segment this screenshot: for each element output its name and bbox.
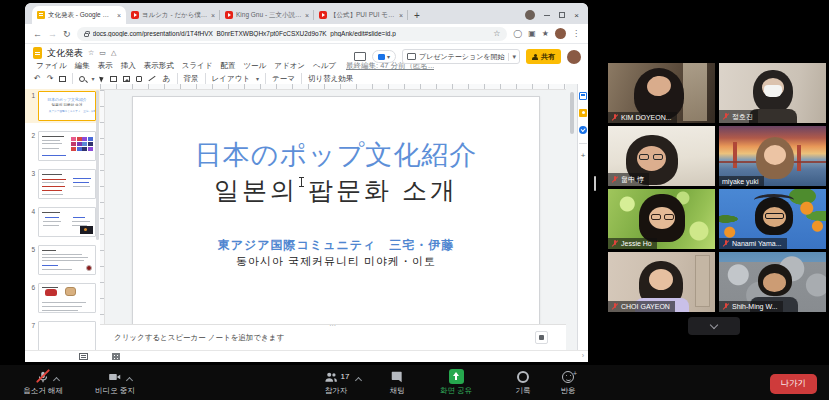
text-tool-icon[interactable]: あ xyxy=(162,73,170,84)
window-minimize-button[interactable] xyxy=(544,15,550,16)
leave-meeting-button[interactable]: 나가기 xyxy=(770,374,818,394)
unmute-button[interactable]: 음소거 해제 xyxy=(12,369,74,396)
extension-icon-1[interactable]: ◯ xyxy=(513,29,522,38)
slide-5-thumbnail[interactable] xyxy=(38,245,96,275)
browser-tab-youtube-3[interactable]: 【公式】PUI PUI モルカー 第1話 × xyxy=(314,6,408,24)
participant-tile-hatakenaka[interactable]: 畠中 惇 xyxy=(608,126,715,186)
menu-arrange[interactable]: 配置 xyxy=(220,61,235,71)
window-maximize-button[interactable] xyxy=(559,12,565,18)
browser-avatar[interactable] xyxy=(555,28,566,39)
transition-button[interactable]: 切り替え効果 xyxy=(308,74,353,84)
slide-6-thumbnail[interactable] xyxy=(38,283,96,313)
chat-button[interactable]: 채팅 xyxy=(377,369,417,396)
move-folder-icon[interactable]: ▭ xyxy=(99,49,106,57)
theme-button[interactable]: テーマ xyxy=(272,74,295,84)
slideshow-mode-selector[interactable]: ▾ xyxy=(372,50,396,63)
reactions-button[interactable]: + 반응 xyxy=(548,369,588,396)
undo-icon[interactable]: ↶ xyxy=(34,74,41,83)
menu-slide[interactable]: スライド xyxy=(182,61,213,71)
zoom-tool-icon[interactable] xyxy=(79,76,85,82)
tab-close-icon[interactable]: × xyxy=(211,12,215,19)
extensions-puzzle-icon[interactable]: ★ xyxy=(542,29,549,38)
extension-icon-2[interactable]: ▣ xyxy=(528,29,536,38)
tab-close-icon[interactable]: × xyxy=(399,12,403,19)
participants-options-chevron[interactable] xyxy=(355,377,362,384)
print-icon[interactable] xyxy=(59,76,66,82)
participant-tile-choi-gayeon[interactable]: CHOI GAYEON xyxy=(608,252,715,312)
notes-options-button[interactable] xyxy=(535,331,548,344)
browser-tab-slides[interactable]: 文化発表 - Google スライド × xyxy=(32,6,126,24)
filmstrip-scrollbar[interactable] xyxy=(96,90,99,240)
browser-profile-icon[interactable] xyxy=(525,10,535,20)
canvas-scrollbar[interactable] xyxy=(570,92,574,134)
gallery-scrollbar[interactable] xyxy=(594,176,596,191)
participant-tile-nanami-yama[interactable]: Nanami Yama... xyxy=(719,189,826,249)
new-tab-button[interactable]: + xyxy=(414,10,420,21)
menu-help[interactable]: ヘルプ xyxy=(313,61,336,71)
current-slide[interactable]: 日本のポップ文化紹介 일본의 팝문화 소개 東アジア国際コミュニティ 三宅・伊藤… xyxy=(132,96,540,325)
insert-line-icon[interactable] xyxy=(149,76,156,81)
redo-icon[interactable]: ↷ xyxy=(47,74,54,83)
keep-icon[interactable] xyxy=(579,109,587,117)
share-button[interactable]: 共有 xyxy=(526,49,561,64)
stop-video-button[interactable]: 비디오 중지 xyxy=(84,369,146,396)
slide-3-thumbnail[interactable] xyxy=(38,169,96,199)
back-icon[interactable]: ← xyxy=(33,29,42,39)
notes-placeholder[interactable]: クリックするとスピーカー ノートを追加できます xyxy=(114,333,284,343)
panel-expand-icon[interactable]: › xyxy=(582,352,584,359)
document-title[interactable]: 文化発表 xyxy=(47,47,83,60)
filmstrip-slide-1[interactable]: 1 日本のポップ文化紹介 일본의 팝문화 소개 東アジア国際コミュニティ 三宅・… xyxy=(25,89,100,123)
calendar-icon[interactable] xyxy=(579,92,587,100)
text-box-icon[interactable] xyxy=(110,76,117,82)
filmstrip-slide-4[interactable]: 4 xyxy=(25,207,100,237)
menu-tools[interactable]: ツール xyxy=(243,61,266,71)
participant-tile-shih-ming[interactable]: Shih-Ming W... xyxy=(719,252,826,312)
grid-view-icon[interactable] xyxy=(112,353,120,360)
bookmark-star-icon[interactable]: ☆ xyxy=(493,29,500,38)
background-button[interactable]: 背景 xyxy=(184,74,199,84)
present-options-caret[interactable]: ▾ xyxy=(508,53,519,61)
slide-title-japanese[interactable]: 日本のポップ文化紹介 xyxy=(133,137,539,173)
menu-edit[interactable]: 編集 xyxy=(75,61,90,71)
star-document-icon[interactable]: ☆ xyxy=(88,49,94,57)
reload-icon[interactable]: ↻ xyxy=(63,29,71,39)
record-button[interactable]: 기록 xyxy=(503,369,543,396)
browser-menu-kebab-icon[interactable]: ⋮ xyxy=(572,29,580,38)
filmstrip-view-icon[interactable] xyxy=(79,353,88,360)
participant-tile-jessie-ho[interactable]: Jessie Ho xyxy=(608,189,715,249)
slide-7-thumbnail[interactable] xyxy=(38,321,96,350)
insert-image-icon[interactable] xyxy=(123,76,130,82)
forward-icon[interactable]: → xyxy=(48,29,57,39)
insert-shape-icon[interactable] xyxy=(136,76,142,82)
filmstrip-slide-5[interactable]: 5 xyxy=(25,245,100,275)
menu-view[interactable]: 表示 xyxy=(98,61,113,71)
tab-close-icon[interactable]: × xyxy=(305,12,309,19)
gallery-scroll-down-button[interactable] xyxy=(688,317,740,335)
participants-button[interactable]: 17 참가자 xyxy=(305,369,367,396)
filmstrip-slide-3[interactable]: 3 xyxy=(25,169,100,199)
window-close-button[interactable]: × xyxy=(574,11,579,20)
layout-button[interactable]: レイアウト xyxy=(212,74,250,84)
add-addon-icon[interactable]: + xyxy=(581,153,586,159)
participant-tile-miyake-yuki-active-speaker[interactable]: miyake yuki xyxy=(719,126,826,186)
slide-subtitle-korean[interactable]: 동아시아 국제커뮤니티 미야케・이토 xyxy=(133,254,539,269)
speaker-notes-panel[interactable]: ⋯ クリックするとスピーカー ノートを追加できます xyxy=(100,324,566,350)
url-field[interactable]: docs.google.com/presentation/d/1T4fHVX_B… xyxy=(77,27,508,41)
menu-file[interactable]: ファイル xyxy=(36,61,67,71)
audio-options-chevron[interactable] xyxy=(53,377,60,384)
filmstrip-slide-2[interactable]: 2 xyxy=(25,131,100,161)
menu-addons[interactable]: アドオン xyxy=(274,61,305,71)
tab-close-icon[interactable]: × xyxy=(117,12,121,19)
video-options-chevron[interactable] xyxy=(126,377,133,384)
participant-tile-jeong-hojin[interactable]: 정호진 xyxy=(719,63,826,123)
slide-4-thumbnail[interactable] xyxy=(38,207,96,237)
browser-tab-youtube-2[interactable]: King Gnu - 三文小説 - YouTube × xyxy=(220,6,314,24)
filmstrip-slide-6[interactable]: 6 xyxy=(25,283,100,313)
slide-subtitle-japanese[interactable]: 東アジア国際コミュニティ 三宅・伊藤 xyxy=(133,237,539,254)
select-cursor-icon[interactable] xyxy=(100,75,106,82)
zoom-caret-icon[interactable]: ▾ xyxy=(91,75,94,82)
filmstrip-slide-7[interactable]: 7 xyxy=(25,321,100,350)
start-presentation-button[interactable]: プレゼンテーションを開始 ▾ xyxy=(402,49,520,64)
participant-tile-kim-doyeon[interactable]: KIM DOYEON... xyxy=(608,63,715,123)
tasks-icon[interactable] xyxy=(579,126,587,134)
